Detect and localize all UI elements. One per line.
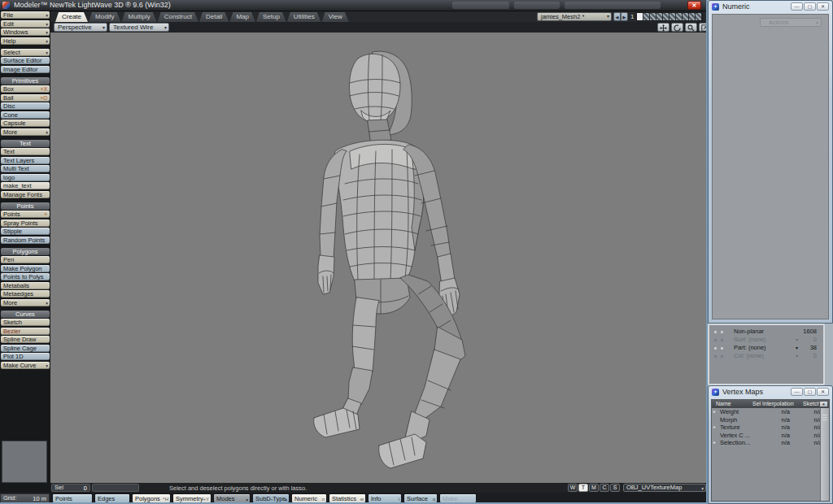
- maximize-icon[interactable]: ▢: [804, 388, 816, 396]
- vmap-row-selection[interactable]: ▸Selection...n/an/a: [712, 439, 829, 447]
- layer-cell-7[interactable]: [676, 13, 683, 20]
- vertex-maps-titlebar[interactable]: ✦ Vertex Maps — ▢ ✕: [709, 386, 832, 398]
- close-button[interactable]: ✕: [687, 1, 701, 10]
- tool-points[interactable]: Points+: [1, 211, 50, 218]
- menu-file[interactable]: File▾: [1, 11, 50, 19]
- tab-setup[interactable]: Setup: [256, 12, 286, 22]
- tab-create[interactable]: Create: [55, 12, 88, 22]
- rotate-icon[interactable]: [671, 23, 683, 32]
- tool-sketch[interactable]: Sketch: [1, 319, 50, 326]
- mini-m-button[interactable]: M: [589, 484, 599, 492]
- tab-utilities[interactable]: Utilities: [287, 12, 321, 22]
- plus-dot-icon[interactable]: [714, 347, 717, 350]
- tool-more[interactable]: More▾: [1, 299, 50, 306]
- layer-cell-2[interactable]: [643, 13, 650, 20]
- tab-map[interactable]: Map: [229, 12, 255, 22]
- layer-cell-1[interactable]: [637, 13, 643, 20]
- dropdown-arrow-icon[interactable]: ▾: [796, 336, 798, 344]
- layer-cell-6[interactable]: [669, 13, 676, 20]
- tool-manage-fonts[interactable]: Manage Fonts: [1, 191, 50, 198]
- mini-w-button[interactable]: W: [568, 484, 578, 492]
- layer-cell-9[interactable]: [689, 13, 696, 20]
- layer-cell-3[interactable]: [650, 13, 656, 20]
- vmap-row-vertex-c[interactable]: Vertex C ...n/an/a: [712, 432, 829, 440]
- tab-multiply[interactable]: Multiply: [122, 12, 157, 22]
- tool-make-polygon[interactable]: Make Polygon: [1, 265, 50, 272]
- uvmap-dropdown[interactable]: OBJ_UVTextureMap ▾: [623, 484, 706, 492]
- tool-text-layers[interactable]: Text Layers: [1, 157, 50, 164]
- tool-points-to-polys[interactable]: Points to Polys: [1, 273, 50, 280]
- tool-metaedges[interactable]: Metaedges: [1, 290, 50, 298]
- button-surface-editor[interactable]: Surface Editor: [1, 57, 50, 64]
- tool-spray-points[interactable]: Spray Points: [1, 219, 50, 227]
- tool-ball[interactable]: Ball+O: [1, 94, 50, 102]
- tool-logo[interactable]: logo: [1, 174, 50, 181]
- vmap-row-texture[interactable]: ▸Texturen/an/a: [712, 424, 829, 432]
- layer-cell-8[interactable]: [683, 13, 689, 20]
- zoom-icon[interactable]: [685, 23, 697, 32]
- tab-modify[interactable]: Modify: [89, 12, 121, 22]
- render-mode-dropdown[interactable]: Textured Wire ▾: [109, 23, 169, 32]
- expand-arrow-icon[interactable]: ▸: [713, 439, 716, 447]
- tool-bezier[interactable]: Bezier: [1, 328, 50, 335]
- tool-cone[interactable]: Cone: [1, 111, 50, 119]
- layer-cell-5[interactable]: [663, 13, 669, 20]
- tool-more[interactable]: More▾: [1, 128, 50, 136]
- menu-select[interactable]: Select▾: [1, 49, 50, 56]
- vmap-row-morph[interactable]: Morphn/an/a: [712, 416, 829, 424]
- tab-row: CreateModifyMultiplyConstructDetailMapSe…: [50, 11, 708, 22]
- tool-metaballs[interactable]: Metaballs: [1, 282, 50, 289]
- numeric-titlebar[interactable]: ✦ Numeric — ▢ ✕: [709, 1, 832, 13]
- tool-spline-draw[interactable]: Spline Draw: [1, 336, 50, 343]
- close-icon[interactable]: ✕: [817, 388, 829, 396]
- scrollbar[interactable]: [820, 408, 829, 501]
- tool-box[interactable]: Box+X: [1, 85, 50, 93]
- dropdown-arrow-icon[interactable]: ▾: [796, 344, 798, 352]
- tool-make-text[interactable]: make_text: [1, 182, 50, 189]
- plus-dot-icon[interactable]: [714, 331, 717, 333]
- tab-construct[interactable]: Construct: [158, 12, 198, 22]
- tool-stipple[interactable]: Stipple: [1, 228, 50, 235]
- pan-icon[interactable]: [657, 23, 669, 32]
- mini-c-button[interactable]: C: [600, 484, 609, 492]
- minimize-icon[interactable]: —: [791, 388, 803, 396]
- minus-dot-icon[interactable]: [721, 355, 723, 358]
- minimize-icon[interactable]: —: [791, 2, 803, 11]
- vmap-row-weight[interactable]: ▸Weightn/an/a: [712, 408, 829, 416]
- tool-pen[interactable]: Pen: [1, 256, 50, 263]
- maximize-icon[interactable]: ▢: [804, 2, 816, 11]
- menu-edit[interactable]: Edit▾: [1, 20, 50, 28]
- tool-random-points[interactable]: Random Points: [1, 237, 50, 244]
- next-layer-button[interactable]: ▶: [621, 12, 628, 21]
- tool-spline-cage[interactable]: Spline Cage: [1, 345, 50, 352]
- dropdown-arrow-icon[interactable]: ▾: [796, 352, 798, 360]
- tool-make-curve[interactable]: Make Curve▾: [1, 362, 50, 369]
- expand-arrow-icon[interactable]: ▸: [713, 408, 716, 416]
- minus-dot-icon[interactable]: [721, 339, 723, 341]
- tool-plot-1d[interactable]: Plot 1D: [1, 353, 50, 360]
- tool-multi-text[interactable]: Multi Text: [1, 165, 50, 172]
- expand-arrow-icon[interactable]: ▸: [713, 424, 716, 432]
- tab-view[interactable]: View: [322, 12, 349, 22]
- tool-capsule[interactable]: Capsule: [1, 119, 50, 127]
- plus-dot-icon[interactable]: [714, 339, 717, 341]
- perspective-viewport[interactable]: [50, 33, 706, 483]
- header-dropdown-arrow-icon[interactable]: ▾: [819, 401, 828, 407]
- current-object-dropdown[interactable]: jamies_Mesh2 * ▾: [537, 12, 612, 21]
- minus-dot-icon[interactable]: [721, 347, 723, 350]
- mini-s-button[interactable]: S: [610, 484, 620, 492]
- plus-dot-icon[interactable]: [714, 355, 717, 358]
- layer-cell-10[interactable]: [696, 13, 702, 20]
- mini-t-button[interactable]: T: [578, 484, 588, 492]
- tab-detail[interactable]: Detail: [199, 12, 229, 22]
- tool-text[interactable]: Text: [1, 148, 50, 155]
- tool-disc[interactable]: Disc: [1, 102, 50, 110]
- menu-help[interactable]: Help▾: [1, 37, 50, 45]
- minus-dot-icon[interactable]: [721, 331, 723, 333]
- close-icon[interactable]: ✕: [817, 2, 829, 11]
- prev-layer-button[interactable]: ◀: [613, 12, 621, 21]
- menu-windows[interactable]: Windows▾: [1, 28, 50, 36]
- layer-cell-4[interactable]: [656, 13, 663, 20]
- button-image-editor[interactable]: Image Editor: [1, 66, 50, 73]
- view-mode-dropdown[interactable]: Perspective ▾: [54, 23, 107, 32]
